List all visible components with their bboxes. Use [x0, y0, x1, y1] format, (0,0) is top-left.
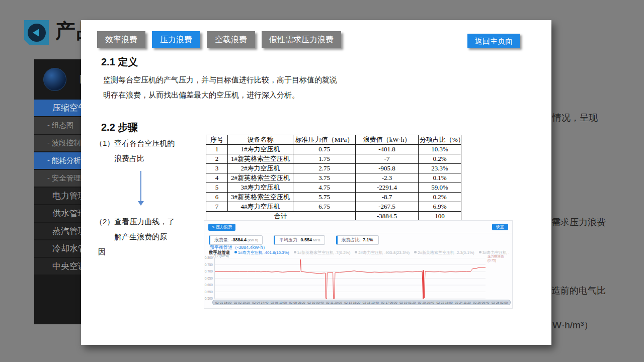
stat-unit: MPa	[313, 238, 320, 242]
legend-item[interactable]: 1#新英格索兰空压机 -7(0.2%)	[294, 250, 351, 255]
y-tick-label: 0.800	[205, 256, 213, 259]
pin-icon: ✎	[212, 225, 215, 229]
y-tick-label: 0.700	[205, 270, 213, 273]
stat-value: -3884.4	[231, 237, 247, 242]
step2-text-line3: 因	[98, 247, 106, 257]
settings-button[interactable]: 设置	[492, 224, 508, 230]
y-tick-label: 0.500	[205, 297, 213, 300]
x-tick-label: 02-06 10:00	[271, 301, 287, 304]
y-tick-labels: 0.8000.7500.7000.6500.6000.5500.500	[204, 258, 213, 299]
stat-unit: (kW·h)	[248, 238, 258, 242]
pressure-waste-badge: ✎压力浪费	[208, 224, 235, 231]
table-cell: 5.75	[293, 193, 356, 202]
back-arrow-circle	[28, 24, 46, 42]
col-header-standard-pressure: 标准压力值（MPa）	[293, 135, 356, 145]
table-cell: 4#寿力空压机	[228, 202, 293, 212]
badge-label: 压力浪费	[216, 225, 232, 229]
legend-dot-icon	[294, 251, 296, 253]
table-cell: 3#寿力空压机	[228, 183, 293, 193]
steps-heading: 2.2 步骤	[101, 121, 138, 134]
step1-text-line2: 浪费占比	[114, 154, 144, 163]
content-panel: 效率浪费 压力浪费 空载浪费 假性需求压力浪费 返回主页面 2.1 定义 监测每…	[81, 20, 551, 345]
table-cell: 4.75	[293, 183, 356, 193]
waste-table-body: 11#寿力空压机0.75-401.810.3%21#新英格索兰空压机1.75-7…	[206, 145, 461, 212]
table-total-row: 合计 -3884.5 100	[206, 212, 461, 221]
table-cell: -2291.4	[356, 183, 419, 193]
legend-dot-icon	[234, 251, 237, 253]
table-cell: 1#寿力空压机	[228, 145, 293, 154]
waste-table: 序号 设备名称 标准压力值（MPa） 浪费值（kW·h） 分项占比（%） 11#…	[206, 135, 461, 221]
x-tick-label: 02-15 10:40	[363, 301, 379, 304]
table-cell: 4	[206, 173, 228, 183]
chart-legend: 数字总管道 1#寿力空压机 -401.8(10.3%)1#新英格索兰空压机 -7…	[209, 250, 509, 256]
total-share-cell: 100	[419, 212, 461, 221]
stat-waste-share: 浪费占比: 7.1%	[336, 235, 379, 245]
company-logo-icon	[43, 68, 66, 91]
y-tick-label: 0.550	[205, 291, 213, 294]
stat-value: 0.554	[301, 237, 312, 242]
y-tick-label: 0.650	[205, 277, 213, 280]
table-row: 42#新英格索兰空压机3.75-2.30.1%	[206, 173, 461, 183]
table-cell: 7	[206, 202, 228, 212]
x-tick-label: 02-28 02:00	[492, 301, 508, 304]
table-row: 63#新英格索兰空压机5.75-8.70.2%	[206, 193, 461, 202]
table-cell: 3.75	[293, 173, 356, 183]
back-arrow-icon[interactable]	[24, 20, 49, 45]
table-cell: 6	[206, 193, 228, 202]
bg-fragment: 情况，呈现	[552, 112, 598, 124]
annotation-line2: (0.75)	[488, 258, 504, 262]
table-cell: -267.5	[356, 202, 419, 212]
stat-average-pressure: 平均压力: 0.554 MPa	[274, 235, 325, 245]
table-cell: 2#新英格索兰空压机	[228, 173, 293, 183]
x-tick-label: 02-11 20:00	[326, 301, 342, 304]
x-tick-label: 02-20 20:40	[418, 301, 434, 304]
total-label-cell: 合计	[206, 212, 356, 221]
pressure-line	[215, 259, 486, 298]
stat-waste-amount: 浪费量: -3884.4 (kW·h)	[209, 235, 263, 245]
table-cell: 1.75	[293, 154, 356, 164]
stat-label: 平均压力:	[279, 237, 299, 243]
table-row: 21#新英格索兰空压机1.75-70.2%	[206, 154, 461, 164]
table-header-row: 序号 设备名称 标准压力值（MPa） 浪费值（kW·h） 分项占比（%）	[206, 135, 461, 145]
waste-tabs: 效率浪费 压力浪费 空载浪费 假性需求压力浪费	[97, 31, 348, 48]
x-axis-scrollbar[interactable]: 02-01 18:0002-02 19:2002-04 14:4002-06 1…	[212, 300, 511, 305]
legend-dot-icon	[479, 251, 481, 253]
x-tick-label: 02-13 15:20	[344, 301, 360, 304]
table-cell: -7	[356, 154, 419, 164]
table-cell: 0.2%	[419, 193, 461, 202]
col-header-device: 设备名称	[228, 135, 293, 145]
table-cell: 5	[206, 183, 228, 193]
tab-false-demand-pressure-waste[interactable]: 假性需求压力浪费	[262, 31, 341, 48]
table-row: 74#寿力空压机6.75-267.56.9%	[206, 202, 461, 212]
table-cell: 1	[206, 145, 228, 154]
x-tick-label: 02-22 16:00	[436, 301, 452, 304]
tab-efficiency-waste[interactable]: 效率浪费	[97, 31, 145, 48]
definition-text-line2: 明存在浪费，从而找出偏差最大的空压机，进行深入分析。	[103, 90, 299, 100]
table-cell: -2.3	[356, 173, 419, 183]
table-cell: 59.0%	[419, 183, 461, 193]
legend-item[interactable]: 2#寿力空压机 -905.8(23.3%)	[355, 250, 410, 255]
col-header-share: 分项占比（%）	[419, 135, 461, 145]
x-tick-label: 02-19 01:20	[399, 301, 416, 304]
table-cell: 2#寿力空压机	[228, 164, 293, 173]
table-cell: 6.75	[293, 202, 356, 212]
total-waste-cell: -3884.5	[356, 212, 419, 221]
down-arrow-icon	[140, 171, 141, 202]
stat-value: 7.1%	[363, 237, 373, 242]
legend-item[interactable]: 1#寿力空压机 -401.8(10.3%)	[234, 250, 289, 255]
bg-fragment: 造前的电气比	[551, 285, 606, 297]
legend-dot-icon	[414, 251, 417, 253]
tab-idle-waste[interactable]: 空载浪费	[207, 31, 255, 48]
stat-label: 浪费量:	[214, 237, 229, 243]
x-tick-label: 02-04 14:40	[252, 301, 268, 304]
table-cell: 2	[206, 154, 228, 164]
table-cell: 6.9%	[419, 202, 461, 212]
standard-value-annotation: 压力标准值 (0.75)	[488, 254, 504, 262]
tab-pressure-waste[interactable]: 压力浪费	[152, 31, 200, 48]
definition-text-line1: 监测每台空压机的产气压力，并与目标值进行比较，高于目标值的就说	[103, 75, 337, 85]
x-tick-label: 02-02 19:20	[234, 301, 250, 304]
return-home-button[interactable]: 返回主页面	[467, 34, 520, 48]
down-arrow-head-icon	[138, 201, 144, 206]
legend-item[interactable]: 2#新英格索兰空压机 -2.3(0.1%)	[414, 250, 474, 255]
slide-page: 情况，呈现 需求压力浪费 造前的电气比 W·h/m³） 产品 匠 压缩空气 - …	[0, 0, 644, 362]
